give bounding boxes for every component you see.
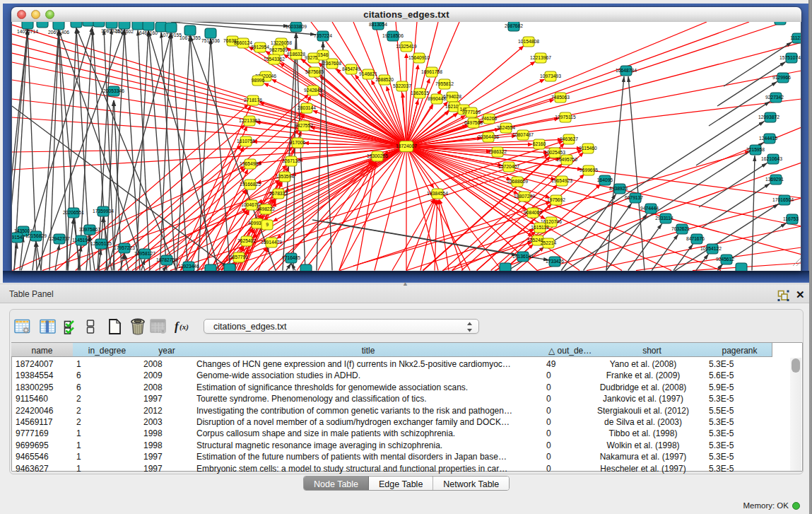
- svg-text:17016504: 17016504: [772, 197, 794, 202]
- svg-text:16782759: 16782759: [156, 257, 177, 262]
- svg-text:9777169: 9777169: [462, 110, 481, 115]
- svg-text:1733426: 1733426: [546, 259, 564, 264]
- svg-text:16961758: 16961758: [421, 69, 442, 74]
- svg-text:19654923: 19654923: [551, 178, 572, 183]
- svg-text:3624554: 3624554: [497, 125, 515, 130]
- svg-text:9463627: 9463627: [560, 136, 578, 141]
- svg-text:8427552: 8427552: [295, 123, 313, 128]
- svg-text:8471676: 8471676: [686, 236, 705, 241]
- svg-text:10958127: 10958127: [134, 251, 155, 256]
- svg-text:14055714: 14055714: [17, 29, 38, 34]
- svg-text:18807249: 18807249: [514, 194, 535, 199]
- svg-text:9146821: 9146821: [359, 71, 377, 76]
- svg-text:19218506: 19218506: [382, 33, 404, 38]
- svg-text:6466160: 6466160: [139, 30, 158, 35]
- svg-text:11123: 11123: [790, 35, 801, 40]
- svg-text:252214: 252214: [541, 240, 557, 245]
- svg-text:10054122: 10054122: [700, 246, 722, 251]
- svg-text:2367608: 2367608: [323, 61, 341, 66]
- svg-text:2718176: 2718176: [244, 98, 262, 103]
- svg-text:12093872: 12093872: [758, 115, 779, 119]
- svg-text:8813054: 8813054: [369, 22, 387, 27]
- svg-text:17957223: 17957223: [114, 245, 135, 250]
- svg-text:20053346: 20053346: [103, 88, 124, 93]
- svg-text:9129966: 9129966: [772, 75, 791, 80]
- svg-text:7357224: 7357224: [314, 33, 332, 38]
- svg-text:(x): (x): [180, 322, 189, 332]
- svg-text:10154808: 10154808: [518, 39, 539, 44]
- svg-text:9084067: 9084067: [524, 210, 542, 215]
- svg-text:10671355: 10671355: [180, 35, 201, 40]
- svg-text:9716485: 9716485: [282, 255, 300, 260]
- svg-text:1244415: 1244415: [759, 136, 777, 141]
- svg-text:15495750: 15495750: [556, 157, 577, 162]
- svg-text:10807487: 10807487: [512, 132, 534, 137]
- svg-text:7625402: 7625402: [237, 238, 256, 243]
- svg-text:8912954: 8912954: [251, 45, 269, 49]
- svg-text:1610755: 1610755: [237, 139, 255, 144]
- svg-text:11325419: 11325419: [396, 44, 417, 49]
- svg-text:10688609: 10688609: [507, 179, 528, 184]
- svg-text:1546: 1546: [318, 52, 329, 57]
- svg-text:9242848: 9242848: [304, 88, 322, 93]
- svg-text:1527602: 1527602: [115, 29, 134, 34]
- svg-text:12942737: 12942737: [49, 236, 70, 241]
- svg-text:16210643: 16210643: [761, 156, 782, 161]
- svg-text:13226058: 13226058: [271, 40, 292, 45]
- svg-text:19654983: 19654983: [240, 161, 261, 166]
- svg-text:12923446: 12923446: [178, 264, 199, 269]
- svg-text:2803144: 2803144: [298, 105, 316, 110]
- svg-text:12975115: 12975115: [555, 115, 576, 119]
- svg-text:19384554: 19384554: [427, 191, 448, 196]
- svg-text:1975692: 1975692: [547, 197, 565, 202]
- svg-text:20691406: 20691406: [48, 30, 69, 35]
- svg-text:6679137: 6679137: [625, 195, 643, 200]
- svg-text:12156829: 12156829: [25, 233, 47, 238]
- svg-text:391547: 391547: [12, 235, 25, 240]
- svg-text:9245612: 9245612: [716, 257, 734, 262]
- svg-text:1615112: 1615112: [531, 225, 549, 230]
- svg-text:5875685: 5875685: [305, 69, 324, 74]
- svg-text:3215958: 3215958: [746, 147, 765, 152]
- svg-text:9699695: 9699695: [579, 168, 598, 173]
- svg-text:6794028: 6794028: [443, 94, 461, 99]
- svg-text:9227342: 9227342: [765, 95, 784, 100]
- svg-text:8186328: 8186328: [287, 52, 305, 57]
- svg-text:3267130: 3267130: [282, 158, 300, 163]
- svg-text:8938923: 8938923: [609, 186, 628, 191]
- svg-text:17359934: 17359934: [93, 209, 114, 214]
- svg-text:15720407: 15720407: [498, 164, 519, 169]
- svg-text:20364436: 20364436: [478, 134, 499, 139]
- svg-text:33975867: 33975867: [79, 227, 100, 232]
- svg-text:16648784: 16648784: [616, 68, 637, 73]
- svg-text:7986322: 7986322: [488, 149, 507, 154]
- svg-text:5322037: 5322037: [393, 83, 411, 88]
- svg-text:20206551: 20206551: [63, 210, 84, 215]
- svg-text:116753: 116753: [783, 216, 799, 221]
- svg-text:2087682: 2087682: [505, 23, 523, 28]
- svg-text:15640910: 15640910: [408, 55, 430, 60]
- svg-text:18724007: 18724007: [396, 144, 417, 148]
- svg-text:917006: 917006: [290, 140, 306, 145]
- svg-text:7955812: 7955812: [435, 81, 454, 86]
- svg-text:164095: 164095: [597, 177, 613, 182]
- svg-text:14136141: 14136141: [512, 254, 534, 259]
- svg-text:746266: 746266: [481, 116, 498, 121]
- svg-text:2933114: 2933114: [655, 216, 673, 221]
- svg-text:1362615: 1362615: [411, 90, 429, 95]
- svg-text:7515536: 7515536: [201, 38, 220, 43]
- svg-text:16914479: 16914479: [261, 240, 282, 245]
- svg-text:8454749: 8454749: [342, 66, 360, 71]
- svg-text:18300295: 18300295: [367, 153, 388, 158]
- svg-text:16033809: 16033809: [286, 24, 307, 29]
- svg-text:7632621: 7632621: [671, 226, 690, 231]
- svg-text:9115460: 9115460: [579, 146, 597, 151]
- svg-text:12213363: 12213363: [239, 118, 260, 123]
- svg-text:10973493: 10973493: [540, 74, 561, 78]
- svg-text:10025453: 10025453: [544, 150, 565, 155]
- svg-text:1369291: 1369291: [765, 177, 784, 182]
- svg-text:10543362: 10543362: [264, 57, 285, 62]
- svg-text:9827509: 9827509: [269, 47, 288, 52]
- svg-text:9474444: 9474444: [640, 206, 659, 211]
- svg-text:15751074: 15751074: [779, 55, 801, 60]
